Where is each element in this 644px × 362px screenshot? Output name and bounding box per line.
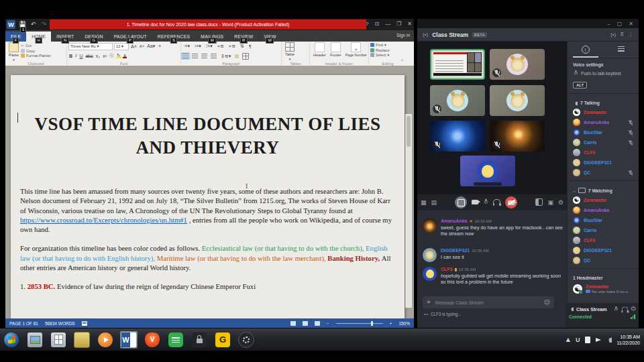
find-button[interactable]: Find ▾	[370, 43, 405, 47]
fullscreen-button[interactable]: ▣	[547, 199, 553, 206]
page-indicator[interactable]: PAGE 1 OF 81	[9, 321, 38, 326]
screenshare-tile[interactable]	[430, 49, 485, 80]
tab-review[interactable]: REVIEWR	[229, 32, 258, 42]
header-button[interactable]: Header	[311, 42, 328, 57]
taskbar-lock-app[interactable]	[191, 331, 208, 349]
replace-button[interactable]: Replace	[370, 48, 405, 52]
zoom-out-button[interactable]: −	[327, 321, 329, 326]
tab-file[interactable]: FILEF	[5, 32, 26, 42]
multilevel-list-button[interactable]: ⁝≡▾	[205, 44, 213, 49]
strikethrough-button[interactable]: abc	[85, 54, 93, 58]
talking-member[interactable]: Carris	[568, 137, 639, 147]
message-input[interactable]	[434, 300, 541, 306]
copy-button[interactable]: Copy	[21, 49, 51, 53]
superscript-button[interactable]: x²	[102, 54, 107, 58]
table-button[interactable]: Table▾	[283, 42, 297, 61]
watching-member[interactable]: Carris	[568, 225, 639, 235]
highlight-color-button[interactable]: ✎	[116, 53, 121, 58]
select-button[interactable]: Select ▾	[370, 53, 405, 57]
word-count[interactable]: 56834 WORDS	[45, 321, 75, 326]
subscript-button[interactable]: x₂	[95, 54, 101, 58]
attach-plus-icon[interactable]: +	[427, 299, 431, 306]
redo-button[interactable]: ↷	[40, 21, 48, 28]
format-painter-button[interactable]: Format Painter	[21, 54, 51, 58]
borders-button[interactable]	[242, 53, 249, 60]
shading-button[interactable]	[235, 54, 239, 58]
close-button[interactable]: ✕	[407, 20, 412, 28]
restore-button[interactable]: ❐	[396, 20, 401, 28]
grow-font-button[interactable]: A˄	[130, 44, 138, 49]
mute-button[interactable]	[613, 306, 617, 312]
web-layout-button[interactable]	[315, 321, 320, 326]
grid-view-icon[interactable]: ▦	[421, 199, 427, 206]
paste-button[interactable]: Paste▾	[7, 42, 21, 62]
video-tile-doge-pink[interactable]	[490, 49, 545, 80]
watching-member[interactable]: AmaruAnka	[568, 205, 639, 215]
disconnect-button[interactable]: ⏻	[631, 306, 635, 312]
proofing-icon[interactable]	[82, 321, 87, 326]
message-author[interactable]: AmaruAnka	[441, 219, 467, 223]
text-effects-button[interactable]: Ⓐ	[109, 52, 115, 59]
tab-mailings[interactable]: MAILINGSM	[195, 32, 229, 42]
show-hidden-icons-button[interactable]: ▲	[566, 337, 570, 343]
chat-message[interactable]: DIGDEEP32110:35 AM I can see it	[423, 248, 564, 262]
deafen-button[interactable]	[621, 306, 628, 311]
go-live-icon[interactable]: (•)	[610, 32, 616, 38]
microphone-button[interactable]	[483, 198, 488, 206]
pin-icon[interactable]: ⊼	[620, 32, 624, 38]
message-author[interactable]: DIGDEEP321	[441, 248, 470, 253]
stream-view-button[interactable]	[455, 196, 467, 208]
align-center-button[interactable]	[192, 54, 198, 58]
video-tile-vault-boy[interactable]	[460, 156, 515, 186]
watching-header[interactable]: – 7 Watching	[568, 184, 639, 195]
zoom-in-button[interactable]: +	[390, 321, 392, 326]
headmaster-header[interactable]: 1 Headmaster	[568, 272, 639, 282]
footer-button[interactable]: Footer	[328, 42, 343, 57]
increase-indent-button[interactable]: »≡	[228, 44, 236, 49]
watching-member[interactable]: BlueStar	[568, 215, 639, 225]
numbering-button[interactable]: ¹≡▾	[194, 44, 202, 49]
sign-in-link[interactable]: Sign in	[396, 33, 410, 38]
taskbar-app-photos[interactable]	[26, 331, 44, 349]
change-case-button[interactable]: Aa▾	[146, 44, 156, 49]
tab-design[interactable]: DESIGNG	[79, 32, 108, 42]
taskbar-app-calculator[interactable]	[50, 331, 67, 349]
zoom-slider[interactable]	[336, 323, 383, 324]
tab-list[interactable]	[603, 46, 639, 53]
list-view-icon[interactable]: ▤	[431, 199, 437, 206]
taskbar-media-player[interactable]	[97, 331, 114, 349]
talking-header[interactable]: 7 Talking	[568, 97, 639, 107]
message-author[interactable]: CLF3	[441, 267, 453, 272]
zoom-level[interactable]: 150%	[398, 321, 410, 326]
talking-member[interactable]: QC	[568, 168, 639, 178]
talking-member[interactable]: BlueStar	[568, 127, 639, 137]
keybind-badge[interactable]: ALT	[573, 82, 587, 88]
italic-button[interactable]: I	[74, 53, 77, 58]
font-color-button[interactable]: A	[123, 54, 127, 58]
font-size-combo[interactable]: 12 ▾	[114, 43, 129, 50]
underline-button[interactable]: U	[78, 54, 83, 58]
minimize-button[interactable]: –	[607, 21, 610, 27]
tab-insert[interactable]: INSERTN	[51, 32, 79, 42]
document-page[interactable]: VSOF TIME LINE DOCUMENT OF LIES AND THIE…	[11, 75, 405, 318]
print-layout-button[interactable]	[303, 321, 308, 326]
show-marks-button[interactable]: ¶	[248, 44, 252, 49]
align-right-button[interactable]	[201, 54, 207, 58]
taskbar-word[interactable]	[120, 331, 138, 349]
emoji-icon[interactable]: ☺	[544, 299, 550, 306]
action-center-flag-icon[interactable]	[596, 338, 601, 342]
taskbar-brave[interactable]: V	[144, 331, 161, 349]
video-tile-blue-orb[interactable]	[430, 121, 485, 152]
bold-button[interactable]: B	[68, 54, 73, 58]
taskbar-clock[interactable]: 10:35 AM 11/22/2020	[616, 334, 640, 346]
collapse-ribbon-button[interactable]: ⌃	[400, 59, 404, 64]
align-left-button[interactable]	[182, 54, 189, 58]
stop-streaming-button[interactable]	[505, 196, 517, 208]
video-tile-doge-blue-2[interactable]	[490, 85, 545, 116]
clear-formatting-button[interactable]: ✦	[157, 44, 162, 49]
decrease-indent-button[interactable]: «≡	[217, 44, 225, 49]
tab-references[interactable]: REFERENCESS	[152, 32, 195, 42]
chat-message[interactable]: AmaruAnka☀10:32 AM sweet, guess they do …	[423, 219, 564, 237]
shrink-font-button[interactable]: A˅	[139, 44, 146, 48]
line-spacing-button[interactable]: ↕≡▾	[220, 54, 231, 59]
